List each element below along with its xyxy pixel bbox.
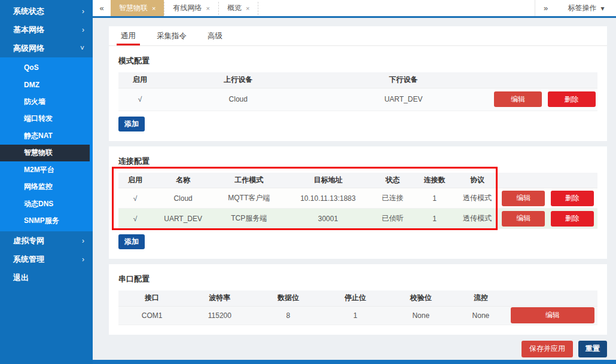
tab-operations-dropdown[interactable]: 标签操作 ▾ [556, 0, 616, 16]
tab-general[interactable]: 通用 [118, 26, 138, 45]
mode-config-section: 模式配置 启用 上行设备 下行设备 [109, 46, 607, 141]
tabbar-right-controls: » 标签操作 ▾ [535, 0, 616, 16]
edit-button[interactable]: 编辑 [494, 91, 542, 107]
column-header-protocol: 协议 [456, 173, 498, 188]
sidebar-item-system-status[interactable]: 系统状态 › [0, 2, 93, 20]
column-header-enabled: 启用 [118, 173, 152, 188]
work-mode-cell: MQTT客户端 [214, 188, 283, 209]
edit-button[interactable]: 编辑 [502, 211, 545, 227]
chevron-right-icon: › [82, 237, 84, 245]
close-icon[interactable]: × [206, 5, 209, 12]
table-row: COM1 115200 8 1 None None 编辑 [118, 306, 597, 325]
protocol-cell: 透传模式 [456, 209, 498, 229]
flow-control-cell: None [454, 306, 508, 325]
reset-button[interactable]: 重置 [578, 341, 607, 357]
close-icon[interactable]: × [152, 5, 155, 12]
column-header-status: 状态 [373, 173, 413, 188]
sidebar-submenu-advanced-network: QoS DMZ 防火墙 端口转发 静态NAT 智慧物联 M2M平台 网络监控 动… [0, 57, 93, 231]
sidebar-item-qos[interactable]: QoS [0, 59, 93, 77]
column-header-actions [508, 290, 597, 306]
sidebar: 系统状态 › 基本网络 › 高级网络 ˅ QoS DMZ 防火墙 端口转发 静态… [0, 0, 93, 364]
sidebar-item-basic-network[interactable]: 基本网络 › [0, 20, 93, 39]
connection-config-table: 启用 名称 工作模式 目标地址 状态 连接数 协议 [118, 173, 597, 230]
sidebar-item-smart-iot[interactable]: 智慧物联 [0, 145, 90, 162]
tab-collect-commands[interactable]: 采集指令 [154, 26, 189, 45]
delete-button[interactable]: 删除 [551, 191, 594, 206]
parity-cell: None [388, 306, 454, 325]
panel-connection: 连接配置 启用 名称 工作模式 目标地址 状态 连接数 协议 [109, 146, 607, 259]
sidebar-item-network-monitor[interactable]: 网络监控 [0, 179, 93, 196]
serial-config-table: 接口 波特率 数据位 停止位 校验位 流控 COM1 [118, 290, 597, 325]
column-header-downstream: 下行设备 [315, 72, 492, 88]
footer-actions: 保存并应用 重置 [109, 341, 607, 357]
sidebar-item-label: 系统管理 [13, 254, 44, 265]
scroll-tabs-right-button[interactable]: » [535, 0, 556, 16]
content-area: 通用 采集指令 高级 模式配置 启用 上行设备 下行设备 [93, 18, 616, 364]
status-cell: 已侦听 [373, 209, 413, 229]
scroll-tabs-left-button[interactable]: « [93, 0, 111, 16]
double-chevron-left-icon: « [99, 4, 103, 13]
row-actions: 编辑 删除 [492, 88, 597, 111]
sidebar-item-advanced-network[interactable]: 高级网络 ˅ [0, 39, 93, 57]
chevron-right-icon: › [82, 255, 84, 264]
sidebar-item-label: 虚拟专网 [13, 235, 44, 246]
sidebar-item-label: 基本网络 [13, 25, 44, 35]
add-button[interactable]: 添加 [118, 117, 145, 131]
connection-count-cell: 1 [413, 209, 456, 229]
sidebar-item-system-management[interactable]: 系统管理 › [0, 250, 93, 268]
edit-button[interactable]: 编辑 [511, 307, 594, 323]
protocol-cell: 透传模式 [456, 188, 498, 209]
sidebar-item-dynamic-dns[interactable]: 动态DNS [0, 195, 93, 213]
delete-button[interactable]: 删除 [548, 91, 596, 107]
column-header-stop-bits: 停止位 [322, 290, 388, 306]
sidebar-item-port-forwarding[interactable]: 端口转发 [0, 111, 93, 128]
row-actions: 编辑 删除 [498, 209, 597, 229]
column-header-work-mode: 工作模式 [214, 173, 283, 188]
data-bits-cell: 8 [254, 306, 323, 325]
sidebar-item-label: 系统状态 [13, 6, 44, 17]
sidebar-item-dmz[interactable]: DMZ [0, 77, 93, 94]
close-icon[interactable]: × [246, 5, 249, 12]
double-chevron-right-icon: » [544, 4, 548, 13]
column-header-parity: 校验位 [388, 290, 454, 306]
connection-count-cell: 1 [413, 188, 456, 209]
column-header-flow-control: 流控 [454, 290, 508, 306]
bottom-accent-strip [93, 360, 616, 364]
upstream-device-cell: Cloud [161, 88, 315, 111]
sidebar-item-snmp-service[interactable]: SNMP服务 [0, 213, 93, 230]
sidebar-item-firewall[interactable]: 防火墙 [0, 93, 93, 111]
sidebar-item-logout[interactable]: 退出 [0, 268, 93, 287]
connection-config-section: 连接配置 启用 名称 工作模式 目标地址 状态 连接数 协议 [109, 146, 607, 259]
page-tab-overview[interactable]: 概览 × [219, 0, 258, 16]
add-button[interactable]: 添加 [118, 234, 145, 249]
table-row: √ Cloud UART_DEV 编辑 删除 [118, 88, 597, 111]
delete-button[interactable]: 删除 [551, 211, 594, 227]
column-header-data-bits: 数据位 [254, 290, 323, 306]
app-window: 系统状态 › 基本网络 › 高级网络 ˅ QoS DMZ 防火墙 端口转发 静态… [0, 0, 616, 364]
column-header-actions [498, 173, 597, 188]
chevron-down-icon: ˅ [80, 44, 84, 53]
table-row: √ Cloud MQTT客户端 10.10.11.13:1883 已连接 1 透… [118, 188, 597, 209]
sidebar-item-label: 高级网络 [13, 43, 44, 54]
enabled-check: √ [118, 188, 152, 209]
section-title: 模式配置 [118, 56, 597, 66]
column-header-interface: 接口 [118, 290, 185, 306]
column-header-connection-count: 连接数 [413, 173, 456, 188]
name-cell: UART_DEV [152, 209, 214, 229]
section-title: 串口配置 [118, 274, 597, 285]
page-tab-label: 有线网络 [173, 3, 202, 13]
row-actions: 编辑 删除 [498, 188, 597, 209]
save-and-apply-button[interactable]: 保存并应用 [522, 341, 573, 357]
interface-cell: COM1 [118, 306, 185, 325]
tab-separator [258, 2, 258, 15]
sidebar-item-vpn[interactable]: 虚拟专网 › [0, 231, 93, 250]
tab-advanced[interactable]: 高级 [205, 26, 225, 45]
page-tab-smart-iot[interactable]: 智慧物联 × [111, 0, 164, 16]
chevron-right-icon: › [82, 7, 84, 16]
content-tabs: 通用 采集指令 高级 [109, 26, 607, 46]
edit-button[interactable]: 编辑 [502, 191, 545, 206]
page-tab-wired-network[interactable]: 有线网络 × [164, 0, 218, 16]
table-header-row: 接口 波特率 数据位 停止位 校验位 流控 [118, 290, 597, 306]
sidebar-item-static-nat[interactable]: 静态NAT [0, 127, 93, 145]
sidebar-item-m2m-platform[interactable]: M2M平台 [0, 161, 93, 179]
